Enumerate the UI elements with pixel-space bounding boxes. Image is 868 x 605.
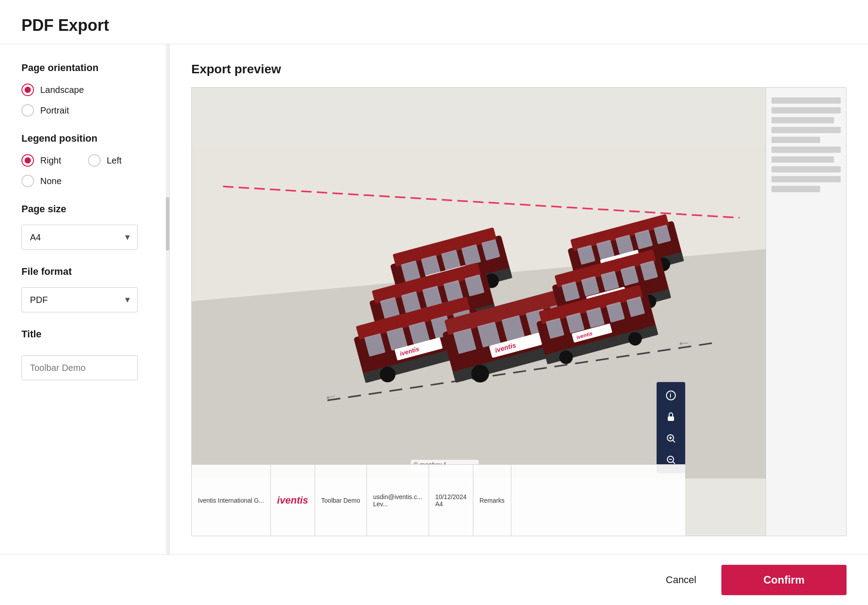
iventis-logo: iventis	[277, 495, 308, 506]
radio-portrait-label: Portrait	[40, 105, 69, 116]
pdf-export-dialog: PDF Export Page orientation Landscape Po…	[0, 0, 868, 605]
legend-line-5	[771, 137, 820, 143]
scrollbar-thumb[interactable]	[166, 197, 169, 251]
lock-icon-button[interactable]	[662, 408, 680, 426]
radio-right[interactable]: Right	[21, 154, 61, 167]
legend-line-9	[771, 176, 841, 182]
page-title: PDF Export	[21, 16, 847, 35]
left-panel: Page orientation Landscape Portrait Lege…	[0, 44, 170, 554]
dialog-footer: Cancel Confirm	[0, 554, 868, 605]
legend-line-1	[771, 97, 841, 104]
page-size-select[interactable]: A4 A3 Letter	[21, 225, 138, 250]
legend-position-label: Legend position	[21, 133, 148, 144]
file-format-label: File format	[21, 266, 148, 277]
radio-portrait[interactable]: Portrait	[21, 104, 148, 117]
file-format-select[interactable]: PDF PNG	[21, 287, 138, 312]
toolbar-demo-cell: Toolbar Demo	[315, 465, 367, 536]
legend-lines	[771, 97, 841, 192]
svg-line-97	[673, 440, 675, 442]
radio-none-label: None	[40, 176, 62, 186]
title-label: Title	[21, 328, 148, 340]
file-format-section: File format PDF PNG ▼	[21, 266, 148, 312]
page-size-text: A4	[435, 500, 467, 508]
radio-landscape[interactable]: Landscape	[21, 84, 148, 96]
page-size-wrapper: A4 A3 Letter ▼	[21, 225, 138, 250]
cancel-button[interactable]: Cancel	[652, 567, 711, 593]
dialog-body: Page orientation Landscape Portrait Lege…	[0, 44, 868, 554]
legend-line-7	[771, 156, 834, 163]
radio-right-circle[interactable]	[21, 154, 34, 167]
page-size-label: Page size	[21, 203, 148, 215]
radio-none[interactable]: None	[21, 175, 148, 187]
legend-line-10	[771, 186, 820, 192]
orientation-radio-group: Landscape Portrait	[21, 84, 148, 117]
radio-left-label: Left	[107, 155, 122, 166]
legend-panel	[766, 88, 846, 536]
title-section: Title	[21, 328, 148, 380]
svg-text:←: ←	[676, 333, 692, 351]
email-cell: usdin@iventis.c... Lev...	[367, 465, 429, 536]
preview-container: ← ←	[191, 87, 847, 536]
radio-right-label: Right	[40, 155, 61, 166]
level-text: Lev...	[373, 500, 422, 508]
radio-portrait-circle[interactable]	[21, 104, 34, 117]
info-strip: Iventis International G... iventis Toolb…	[192, 464, 685, 536]
info-icon-button[interactable]: i	[662, 387, 680, 404]
company-cell: Iventis International G...	[192, 465, 271, 536]
remarks-label: Remarks	[480, 497, 505, 504]
legend-line-2	[771, 107, 841, 113]
radio-landscape-label: Landscape	[40, 85, 84, 95]
email-text: usdin@iventis.c...	[373, 493, 422, 500]
svg-text:i: i	[670, 392, 671, 399]
radio-landscape-circle[interactable]	[21, 84, 34, 96]
date-cell: 10/12/2024 A4	[429, 465, 473, 536]
confirm-button[interactable]: Confirm	[721, 565, 847, 595]
title-input[interactable]	[21, 355, 138, 380]
legend-line-6	[771, 147, 841, 153]
radio-left-circle[interactable]	[88, 154, 101, 167]
preview-title: Export preview	[191, 62, 847, 76]
radio-none-circle[interactable]	[21, 175, 34, 187]
page-orientation-label: Page orientation	[21, 62, 148, 74]
legend-line-4	[771, 127, 841, 133]
floating-toolbar: i	[657, 382, 685, 473]
legend-radio-group: Right Left None	[21, 154, 148, 187]
date-text: 10/12/2024	[435, 493, 467, 500]
legend-line-8	[771, 166, 841, 172]
page-orientation-section: Page orientation Landscape Portrait	[21, 62, 148, 117]
page-size-section: Page size A4 A3 Letter ▼	[21, 203, 148, 250]
svg-rect-95	[668, 416, 674, 421]
svg-line-101	[673, 462, 675, 464]
dialog-header: PDF Export	[0, 0, 868, 44]
legend-position-section: Legend position Right Left	[21, 133, 148, 187]
company-name: Iventis International G...	[198, 497, 264, 504]
scrollbar-track	[166, 44, 169, 554]
right-panel: Export preview	[170, 44, 868, 554]
file-format-wrapper: PDF PNG ▼	[21, 287, 138, 312]
radio-left[interactable]: Left	[88, 154, 122, 167]
legend-line-3	[771, 117, 834, 123]
zoom-in-icon-button[interactable]	[662, 429, 680, 447]
preview-map-area: ← ←	[192, 88, 766, 536]
remarks-cell: Remarks	[473, 465, 511, 536]
logo-cell: iventis	[271, 465, 315, 536]
toolbar-demo-label: Toolbar Demo	[321, 497, 360, 504]
legend-row-1: Right Left	[21, 154, 148, 167]
